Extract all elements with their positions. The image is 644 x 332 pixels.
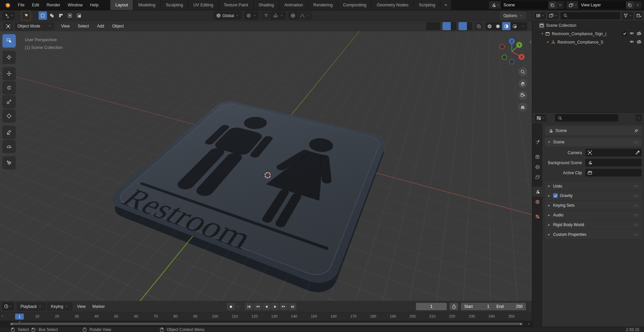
options-button[interactable]: Options <box>500 11 526 20</box>
properties-tab-texture[interactable] <box>532 211 542 221</box>
tool-move[interactable] <box>2 67 16 80</box>
select-mode-extend[interactable] <box>48 11 56 20</box>
keying-dropdown[interactable] <box>235 303 240 310</box>
properties-options-button[interactable] <box>636 114 642 122</box>
workspace-tab-shading[interactable]: Shading <box>254 0 279 10</box>
shading-material-preview-button[interactable] <box>502 22 511 30</box>
blender-logo-icon[interactable] <box>0 0 14 10</box>
menu-file[interactable]: File <box>14 0 28 10</box>
tool-add-cube[interactable] <box>2 156 16 170</box>
proportional-edit-toggle[interactable] <box>288 11 298 20</box>
viewport-menu-add[interactable]: Add <box>93 22 108 30</box>
timeline-menu-keying[interactable]: Keying <box>47 303 72 311</box>
current-frame-field[interactable]: 1 <box>416 303 447 310</box>
workspace-tab-modeling[interactable]: Modeling <box>133 0 161 10</box>
select-mode-invert[interactable] <box>66 11 74 20</box>
orthographic-toggle-button[interactable] <box>518 103 527 112</box>
toggle-camera[interactable] <box>636 30 642 37</box>
panel-units[interactable]: ►Units <box>545 181 642 191</box>
sidebar-collapse-arrow[interactable]: ‹ <box>530 39 531 44</box>
tool-select-box[interactable] <box>2 34 16 48</box>
workspace-tab-uv-editing[interactable]: UV Editing <box>189 0 219 10</box>
use-preview-range-button[interactable] <box>449 303 458 310</box>
pivot-point-dropdown[interactable] <box>244 11 259 20</box>
end-frame-field[interactable]: End250 <box>493 303 526 310</box>
viewport-editor-type-button[interactable] <box>3 22 13 30</box>
properties-tab-scene[interactable] <box>532 187 542 197</box>
pin-icon[interactable] <box>634 128 639 133</box>
panel-custom-properties[interactable]: ►Custom Properties <box>545 230 642 240</box>
filter-dropdown[interactable] <box>622 12 633 19</box>
outliner-row[interactable]: ▼Restroom_Compliance_Sign_( <box>532 29 644 38</box>
editor-type-button[interactable] <box>3 11 15 20</box>
expander-icon[interactable]: ► <box>546 41 550 44</box>
tool-scale[interactable] <box>2 95 16 109</box>
properties-tab-tool[interactable] <box>532 137 542 147</box>
viewport-3d[interactable]: Restroom User Perspective (1) Scene Coll… <box>0 31 532 301</box>
zoom-button[interactable] <box>518 67 527 76</box>
drag-grip-icon[interactable] <box>634 223 639 226</box>
show-overlays-toggle[interactable] <box>459 22 472 30</box>
active-tool-button[interactable] <box>21 11 31 20</box>
timeline-menu-playback[interactable]: Playback <box>17 303 46 311</box>
key-prev-button[interactable] <box>254 303 262 310</box>
remove-view-layer-button[interactable] <box>634 1 641 9</box>
tool-transform[interactable] <box>2 109 16 123</box>
record-button[interactable] <box>227 303 235 310</box>
camera-field[interactable] <box>585 149 642 156</box>
drag-grip-icon[interactable] <box>634 204 639 207</box>
jump-start-button[interactable] <box>245 303 253 310</box>
mode-dropdown[interactable]: Object Mode <box>15 22 54 30</box>
new-view-layer-button[interactable] <box>626 1 634 9</box>
viewport-menu-select[interactable]: Select <box>74 22 93 30</box>
expander-icon[interactable]: ▼ <box>540 32 545 35</box>
xray-toggle[interactable] <box>475 22 483 30</box>
filter-id-type-dropdown[interactable] <box>547 12 559 19</box>
drag-grip-icon[interactable] <box>634 194 639 197</box>
tool-annotate[interactable] <box>2 126 16 139</box>
workspace-tab-layout[interactable]: Layout <box>110 0 133 10</box>
workspace-tab-scripting[interactable]: Scripting <box>414 0 441 10</box>
playhead-badge[interactable]: 1 <box>15 314 24 320</box>
properties-search-input[interactable] <box>564 116 616 120</box>
toggle-eye[interactable] <box>629 39 634 45</box>
menu-help[interactable]: Help <box>86 0 102 10</box>
snap-toggle[interactable] <box>262 11 271 20</box>
jump-end-button[interactable] <box>288 303 297 310</box>
timeline-editor-type-button[interactable] <box>2 302 14 311</box>
viewport-menu-view[interactable]: View <box>57 22 74 30</box>
panel-rigid-body-world[interactable]: ►Rigid Body World <box>545 220 642 230</box>
outliner-search[interactable] <box>560 12 620 19</box>
select-mode-set[interactable] <box>39 11 47 20</box>
shading-rendered-button[interactable] <box>511 22 519 30</box>
panel-audio[interactable]: ►Audio <box>545 210 642 220</box>
start-frame-field[interactable]: Start1 <box>461 303 493 310</box>
view-layer-name-field[interactable]: View Layer <box>578 1 626 9</box>
tool-measure[interactable] <box>2 140 16 153</box>
falloff-dropdown[interactable] <box>298 11 313 20</box>
transform-orientation-dropdown[interactable]: Global <box>214 11 241 20</box>
menu-render[interactable]: Render <box>43 0 64 10</box>
shading-wireframe-button[interactable] <box>485 22 494 30</box>
timeline-ruler[interactable]: › 1 102030405060708090100110120130140150… <box>0 312 532 321</box>
panel-gravity[interactable]: ►Gravity <box>545 191 642 201</box>
viewport-menu-object[interactable]: Object <box>108 22 128 30</box>
timeline-collapse-arrow[interactable]: ‹ <box>528 321 529 326</box>
workspace-tab-texture-paint[interactable]: Texture Paint <box>219 0 254 10</box>
background-scene-field[interactable] <box>585 159 642 167</box>
properties-editor-type-button[interactable] <box>535 114 546 122</box>
exclude-checkbox[interactable] <box>623 31 627 36</box>
pan-button[interactable] <box>518 79 527 88</box>
play-button[interactable] <box>271 303 279 310</box>
workspace-tab-rendering[interactable]: Rendering <box>308 0 338 10</box>
snap-settings-dropdown[interactable] <box>271 11 286 20</box>
new-scene-button[interactable] <box>548 1 556 9</box>
properties-search[interactable] <box>555 114 618 122</box>
drag-grip-icon[interactable] <box>634 214 639 217</box>
tool-cursor[interactable] <box>2 51 16 64</box>
drag-grip-icon[interactable] <box>634 141 639 144</box>
scene-panel-header[interactable]: ▼ Scene <box>545 138 642 146</box>
unlink-scene-button[interactable] <box>556 1 564 9</box>
shading-dropdown[interactable] <box>519 22 527 30</box>
timeline-menu-marker[interactable]: Marker <box>89 303 108 311</box>
